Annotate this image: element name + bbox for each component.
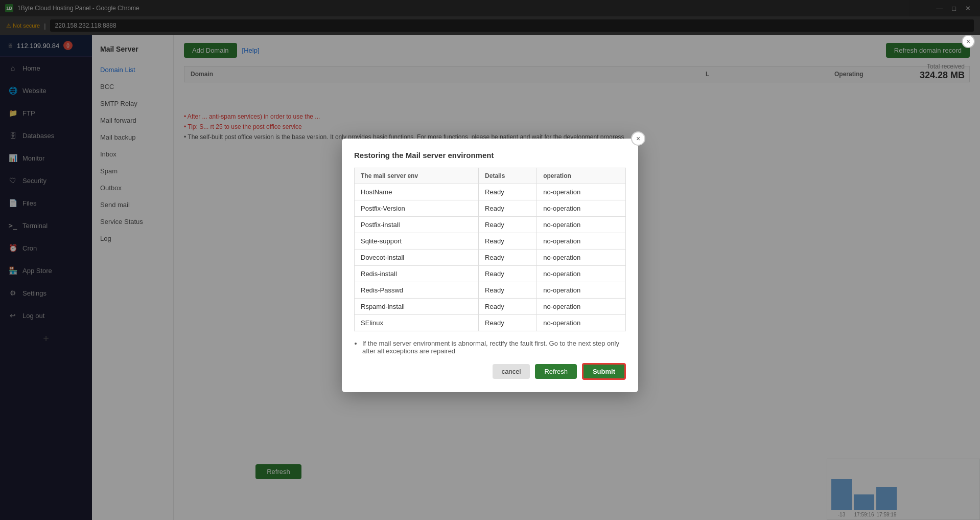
env-table-row: SElinux Ready no-operation bbox=[355, 314, 626, 331]
env-name: Sqlite-support bbox=[355, 233, 479, 249]
env-table-row: Redis-install Ready no-operation bbox=[355, 265, 626, 282]
modal-close-button[interactable]: × bbox=[631, 131, 645, 145]
env-name: Rspamd-install bbox=[355, 298, 479, 314]
env-table-header-row: The mail server env Details operation bbox=[355, 168, 626, 184]
env-table-row: Dovecot-install Ready no-operation bbox=[355, 249, 626, 265]
note-list: If the mail server environment is abnorm… bbox=[362, 339, 626, 354]
env-table-row: Postfix-install Ready no-operation bbox=[355, 216, 626, 233]
col-operation: operation bbox=[537, 168, 626, 184]
env-table-body: HostName Ready no-operation Postfix-Vers… bbox=[355, 184, 626, 331]
env-details: Ready bbox=[479, 233, 537, 249]
env-table-row: Rspamd-install Ready no-operation bbox=[355, 298, 626, 314]
env-operation: no-operation bbox=[537, 233, 626, 249]
note-item: If the mail server environment is abnorm… bbox=[362, 339, 626, 354]
app-wrapper: 🖥 112.109.90.84 0 ⌂ Home 🌐 Website 📁 FTP… bbox=[0, 35, 980, 520]
env-details: Ready bbox=[479, 200, 537, 216]
env-table: The mail server env Details operation Ho… bbox=[354, 167, 626, 331]
env-details: Ready bbox=[479, 298, 537, 314]
env-operation: no-operation bbox=[537, 200, 626, 216]
env-operation: no-operation bbox=[537, 282, 626, 298]
modal-actions: cancel Refresh Submit bbox=[354, 363, 626, 379]
outer-close-button[interactable]: × bbox=[962, 35, 975, 48]
env-operation: no-operation bbox=[537, 314, 626, 331]
env-name: SElinux bbox=[355, 314, 479, 331]
env-name: Dovecot-install bbox=[355, 249, 479, 265]
env-table-row: Postfix-Version Ready no-operation bbox=[355, 200, 626, 216]
env-details: Ready bbox=[479, 184, 537, 200]
env-name: Redis-install bbox=[355, 265, 479, 282]
env-name: Postfix-Version bbox=[355, 200, 479, 216]
env-details: Ready bbox=[479, 265, 537, 282]
modal-title: Restoring the Mail server environment bbox=[354, 150, 626, 159]
env-details: Ready bbox=[479, 249, 537, 265]
env-name: HostName bbox=[355, 184, 479, 200]
outer-close-icon: × bbox=[966, 37, 970, 46]
env-table-row: HostName Ready no-operation bbox=[355, 184, 626, 200]
env-operation: no-operation bbox=[537, 184, 626, 200]
env-operation: no-operation bbox=[537, 265, 626, 282]
env-operation: no-operation bbox=[537, 216, 626, 233]
env-operation: no-operation bbox=[537, 249, 626, 265]
submit-button[interactable]: Submit bbox=[582, 363, 626, 379]
refresh-button[interactable]: Refresh bbox=[535, 364, 577, 378]
modal-close-icon: × bbox=[636, 134, 640, 142]
col-details: Details bbox=[479, 168, 537, 184]
col-env: The mail server env bbox=[355, 168, 479, 184]
env-name: Redis-Passwd bbox=[355, 282, 479, 298]
env-name: Postfix-install bbox=[355, 216, 479, 233]
main-content: Mail Server Domain List BCC SMTP Relay M… bbox=[92, 35, 980, 520]
modal-dialog: × Restoring the Mail server environment … bbox=[342, 138, 638, 392]
env-table-row: Sqlite-support Ready no-operation bbox=[355, 233, 626, 249]
env-operation: no-operation bbox=[537, 298, 626, 314]
env-details: Ready bbox=[479, 314, 537, 331]
cancel-button[interactable]: cancel bbox=[493, 364, 530, 378]
env-details: Ready bbox=[479, 216, 537, 233]
env-details: Ready bbox=[479, 282, 537, 298]
env-table-row: Redis-Passwd Ready no-operation bbox=[355, 282, 626, 298]
env-table-head: The mail server env Details operation bbox=[355, 168, 626, 184]
